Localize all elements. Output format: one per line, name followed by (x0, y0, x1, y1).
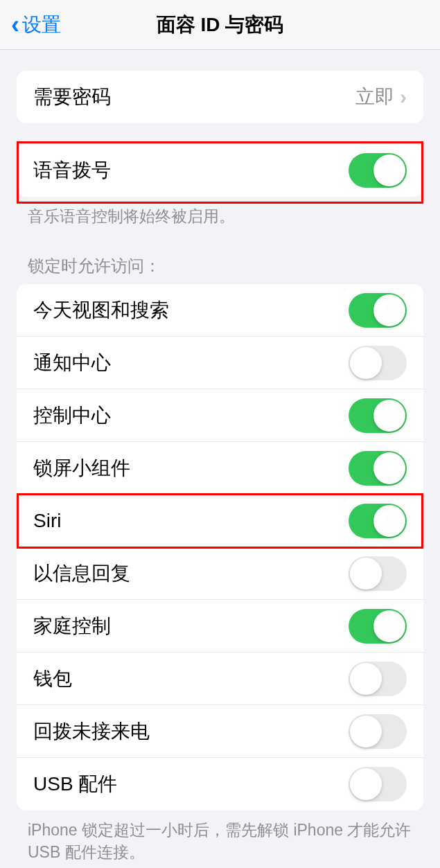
access-row-0: 今天视图和搜索 (17, 284, 423, 337)
chevron-right-icon: › (400, 85, 407, 109)
access-row-label: 通知中心 (33, 350, 111, 376)
access-toggle-5[interactable] (349, 556, 407, 591)
access-row-2: 控制中心 (17, 389, 423, 442)
access-toggle-3[interactable] (349, 451, 407, 486)
access-row-label: Siri (33, 510, 61, 532)
toggle-knob (373, 452, 405, 484)
toggle-knob (373, 154, 405, 186)
access-toggle-9[interactable] (349, 767, 407, 801)
back-label: 设置 (22, 12, 61, 38)
toggle-knob (373, 505, 405, 537)
access-row-3: 锁屏小组件 (17, 442, 423, 495)
access-row-label: 家庭控制 (33, 613, 111, 639)
voice-dial-group: 语音拨号 (17, 144, 423, 197)
require-passcode-label: 需要密码 (33, 84, 111, 110)
access-row-label: 以信息回复 (33, 560, 130, 587)
access-row-label: USB 配件 (33, 771, 117, 797)
voice-dial-label: 语音拨号 (33, 157, 111, 184)
toggle-knob (350, 347, 382, 379)
access-toggle-6[interactable] (349, 609, 407, 644)
access-toggle-8[interactable] (349, 714, 407, 749)
access-row-4: Siri (17, 495, 423, 547)
toggle-knob (350, 768, 382, 800)
toggle-knob (350, 663, 382, 695)
access-row-label: 回拨未接来电 (33, 718, 150, 745)
require-passcode-row[interactable]: 需要密码 立即 › (17, 71, 423, 123)
access-toggle-7[interactable] (349, 662, 407, 696)
voice-dial-row: 语音拨号 (17, 144, 423, 197)
access-row-8: 回拨未接来电 (17, 705, 423, 758)
toggle-knob (350, 558, 382, 590)
access-row-1: 通知中心 (17, 337, 423, 389)
voice-dial-toggle[interactable] (349, 153, 407, 188)
access-row-6: 家庭控制 (17, 600, 423, 653)
access-row-label: 今天视图和搜索 (33, 297, 169, 324)
chevron-left-icon: ‹ (11, 10, 19, 39)
toggle-knob (373, 610, 405, 642)
navigation-header: ‹ 设置 面容 ID 与密码 (0, 0, 440, 50)
access-row-9: USB 配件 (17, 758, 423, 811)
access-toggle-1[interactable] (349, 346, 407, 380)
access-row-5: 以信息回复 (17, 547, 423, 600)
voice-dial-footer: 音乐语音控制将始终被启用。 (0, 197, 440, 236)
toggle-knob (350, 716, 382, 747)
access-row-label: 锁屏小组件 (33, 455, 130, 481)
require-passcode-value: 立即 (355, 84, 394, 110)
toggle-knob (373, 400, 405, 432)
access-row-label: 控制中心 (33, 402, 111, 429)
access-row-label: 钱包 (33, 666, 72, 692)
access-toggle-2[interactable] (349, 398, 407, 433)
passcode-group: 需要密码 立即 › (17, 71, 423, 123)
allow-access-footer: iPhone 锁定超过一小时后，需先解锁 iPhone 才能允许 USB 配件连… (0, 811, 440, 868)
page-title: 面容 ID 与密码 (157, 12, 284, 38)
toggle-knob (373, 294, 405, 326)
access-toggle-4[interactable] (349, 504, 407, 538)
back-button[interactable]: ‹ 设置 (0, 10, 61, 39)
access-row-7: 钱包 (17, 653, 423, 705)
access-toggle-0[interactable] (349, 293, 407, 328)
allow-access-group: 今天视图和搜索通知中心控制中心锁屏小组件Siri以信息回复家庭控制钱包回拨未接来… (17, 284, 423, 811)
allow-access-header: 锁定时允许访问： (0, 248, 440, 284)
